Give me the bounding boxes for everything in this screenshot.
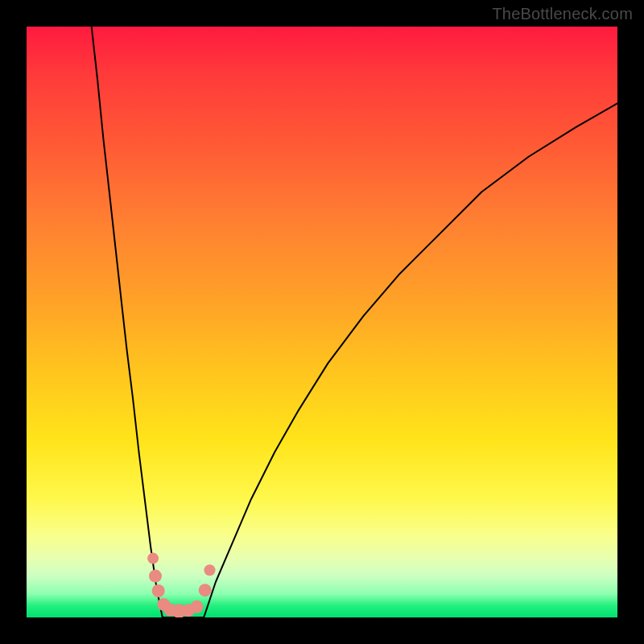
v-curve-path	[92, 27, 617, 617]
plot-area	[27, 27, 617, 617]
marker-dot	[204, 564, 216, 576]
watermark-text: TheBottleneck.com	[492, 5, 633, 23]
marker-dot	[199, 584, 212, 597]
curve-layer	[27, 27, 617, 617]
marker-dot	[152, 584, 165, 597]
marker-group	[147, 553, 215, 617]
marker-dot	[190, 601, 203, 613]
marker-dot	[149, 570, 162, 583]
outer-frame: TheBottleneck.com	[0, 0, 644, 644]
marker-dot	[147, 553, 159, 564]
